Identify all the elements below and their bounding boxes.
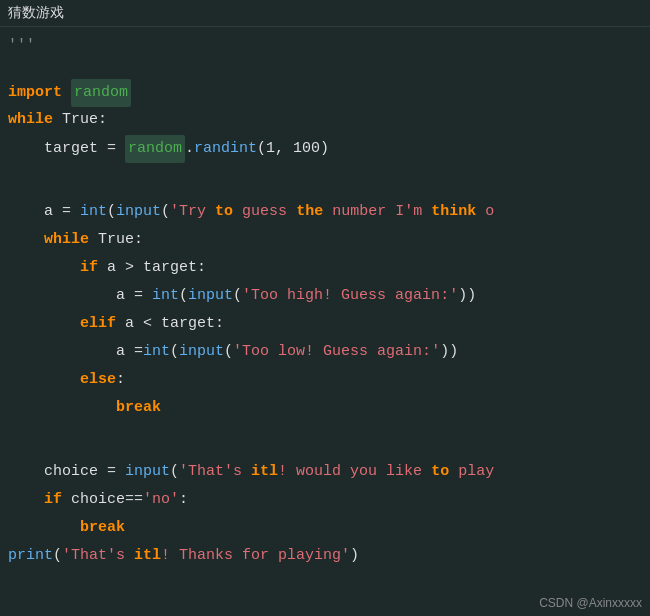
line-target: target = random . randint (1, 100) <box>0 135 650 163</box>
line-blank4 <box>0 423 650 441</box>
line-if-choice: if choice== 'no' : <box>0 487 650 515</box>
title-bar: 猜数游戏 <box>0 0 650 27</box>
line-break2: break <box>0 515 650 543</box>
line-blank5 <box>0 441 650 459</box>
code-container: 猜数游戏 ''' import random while True: targe… <box>0 0 650 616</box>
line-triple-quote: ''' <box>0 33 650 61</box>
line-if-a-gt: if a > target: <box>0 255 650 283</box>
watermark: CSDN @Axinxxxxx <box>539 596 642 610</box>
line-too-high: a = int ( input ( 'Too high! Guess again… <box>0 283 650 311</box>
line-while-true2: while True: <box>0 227 650 255</box>
title-text: 猜数游戏 <box>8 5 64 21</box>
line-blank2 <box>0 163 650 181</box>
line-too-low: a = int ( input ( 'Too low! Guess again:… <box>0 339 650 367</box>
line-a-input: a = int ( input ( 'Try to guess the numb… <box>0 199 650 227</box>
line-break1: break <box>0 395 650 423</box>
line-import: import random <box>0 79 650 107</box>
line-blank1 <box>0 61 650 79</box>
line-print: print ( 'That's itl ! Thanks for playing… <box>0 543 650 571</box>
line-else: else : <box>0 367 650 395</box>
line-blank3 <box>0 181 650 199</box>
line-while-true1: while True: <box>0 107 650 135</box>
line-elif: elif a < target: <box>0 311 650 339</box>
code-area: ''' import random while True: target = r… <box>0 27 650 577</box>
line-choice: choice = input ( 'That's itl ! would you… <box>0 459 650 487</box>
